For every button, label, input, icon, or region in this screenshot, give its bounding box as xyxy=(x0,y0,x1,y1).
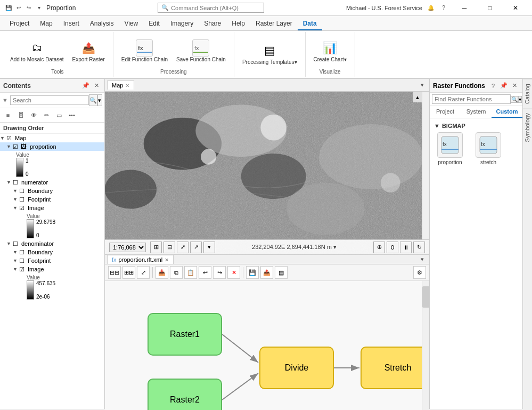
map-scrollbar[interactable] xyxy=(422,92,429,239)
rf-tab-project[interactable]: Project xyxy=(430,106,461,118)
tab-map[interactable]: Map xyxy=(35,18,58,30)
map-nav-btn5[interactable]: ▾ xyxy=(203,242,215,253)
tree-item-denom-footprint[interactable]: ▼ ☐ Footprint xyxy=(0,256,104,265)
customize-icon[interactable]: ▾ xyxy=(35,4,43,12)
contents-search-button[interactable]: 🔍 xyxy=(89,94,97,106)
rf-tab-system[interactable]: System xyxy=(461,106,492,118)
map-pause-btn[interactable]: ⏸ xyxy=(400,242,412,253)
undo-icon[interactable]: ↩ xyxy=(14,4,23,12)
tree-item-num-boundary[interactable]: ▼ ☐ Boundary xyxy=(0,187,104,195)
numerator-checkbox[interactable]: ☐ xyxy=(13,179,20,186)
create-chart-button[interactable]: 📊 Create Chart▾ xyxy=(310,37,350,66)
add-to-mosaic-button[interactable]: 🗂 Add to Mosaic Dataset xyxy=(6,37,68,66)
tab-edit[interactable]: Edit xyxy=(143,18,165,30)
side-tab-symbology[interactable]: Symbology xyxy=(523,108,532,146)
node-stretch[interactable]: Stretch xyxy=(361,347,422,389)
map-collapse-icon[interactable]: ▲ xyxy=(413,92,422,102)
fc-tab-close-icon[interactable]: ✕ xyxy=(165,257,169,263)
list-by-source-btn[interactable]: 🗄 xyxy=(15,109,27,121)
export-raster-button[interactable]: 📤 Export Raster xyxy=(69,37,109,66)
fc-btn-import[interactable]: 📥 xyxy=(155,266,168,279)
rf-item-stretch[interactable]: fx stretch xyxy=(472,132,504,165)
map-refresh-btn[interactable]: ↻ xyxy=(413,242,425,253)
num-boundary-checkbox[interactable]: ☐ xyxy=(19,188,27,195)
coord-dropdown-icon[interactable]: ▾ xyxy=(333,244,337,250)
fc-btn-expand-all[interactable]: ⊞⊞ xyxy=(122,266,135,279)
fc-collapse-btn[interactable]: ▾ xyxy=(418,255,427,264)
tab-analysis[interactable]: Analysis xyxy=(85,18,119,30)
maximize-button[interactable]: □ xyxy=(478,0,502,16)
node-raster1[interactable]: Raster1 xyxy=(148,313,222,356)
denom-footprint-checkbox[interactable]: ☐ xyxy=(19,258,27,264)
map-expand-icon[interactable]: ▼ xyxy=(0,135,6,141)
tab-raster-layer[interactable]: Raster Layer xyxy=(250,18,298,30)
rf-help-icon[interactable]: ? xyxy=(488,81,498,91)
denom-footprint-expand[interactable]: ▼ xyxy=(13,258,19,263)
rf-close-icon[interactable]: ✕ xyxy=(510,81,519,91)
save-function-chain-button[interactable]: fx Save Function Chain xyxy=(173,37,230,66)
fc-btn-save[interactable]: 💾 xyxy=(246,266,259,279)
map-mode-btn[interactable]: ⊕ xyxy=(373,242,385,253)
map-container[interactable]: 1:76,068 ⊞ ⊟ ⤢ ↗ ▾ 232,204.92E 2,694,441… xyxy=(105,92,429,254)
denominator-checkbox[interactable]: ☐ xyxy=(13,240,20,247)
denom-image-checkbox[interactable]: ☑ xyxy=(19,266,27,273)
fc-btn-template[interactable]: ▤ xyxy=(275,266,288,279)
rf-pin-icon[interactable]: 📌 xyxy=(499,81,509,91)
contents-close-icon[interactable]: ✕ xyxy=(92,81,101,91)
tab-imagery[interactable]: Imagery xyxy=(165,18,199,30)
denom-boundary-expand[interactable]: ▼ xyxy=(13,250,19,255)
num-boundary-expand[interactable]: ▼ xyxy=(13,188,19,194)
scale-select[interactable]: 1:76,068 xyxy=(109,243,146,252)
fc-btn-export[interactable]: 📤 xyxy=(260,266,273,279)
contents-search-input[interactable] xyxy=(10,95,89,105)
num-image-expand[interactable]: ▼ xyxy=(13,205,19,211)
fc-tab[interactable]: fx proportion.rft.xml ✕ xyxy=(107,255,174,264)
tree-item-map[interactable]: ▼ ☑ Map xyxy=(0,134,104,142)
map-tab-close-icon[interactable]: ✕ xyxy=(125,83,129,89)
side-tab-catalog[interactable]: Catalog xyxy=(523,79,532,108)
close-button[interactable]: ✕ xyxy=(503,0,528,16)
num-footprint-checkbox[interactable]: ☐ xyxy=(19,196,27,203)
notification-icon[interactable]: 🔔 xyxy=(427,4,435,12)
tree-item-proportion[interactable]: ▼ ☑ 🖼 proportion xyxy=(0,142,104,151)
more-btn[interactable]: ••• xyxy=(66,109,78,121)
tab-data[interactable]: Data xyxy=(298,18,322,30)
fc-vscroll-thumb[interactable] xyxy=(422,286,429,308)
rf-group-expand-icon[interactable]: ▼ xyxy=(434,123,440,129)
edit-function-chain-button[interactable]: fx Edit Function Chain xyxy=(118,37,171,66)
proportion-checkbox[interactable]: ☑ xyxy=(13,143,20,150)
rf-search-input[interactable] xyxy=(432,94,511,104)
tree-item-numerator[interactable]: ▼ ☐ numerator xyxy=(0,178,104,187)
tab-insert[interactable]: Insert xyxy=(58,18,85,30)
map-collapse-btn[interactable]: ▾ xyxy=(418,81,427,90)
diagram-area[interactable]: Raster1 Raster2 Divide xyxy=(105,281,422,410)
tab-share[interactable]: Share xyxy=(199,18,226,30)
node-divide[interactable]: Divide xyxy=(259,347,334,389)
fc-btn-copy[interactable]: ⧉ xyxy=(170,266,183,279)
processing-templates-button[interactable]: ▤ Processing Templates▾ xyxy=(239,39,301,68)
save-icon[interactable]: 💾 xyxy=(4,4,13,12)
rf-search-button[interactable]: 🔍 xyxy=(511,96,518,103)
fc-btn-undo[interactable]: ↩ xyxy=(199,266,211,279)
command-search-input[interactable] xyxy=(171,5,260,11)
map-nav-btn4[interactable]: ↗ xyxy=(190,242,202,253)
fc-btn-zoom-full[interactable]: ⤢ xyxy=(137,266,150,279)
fc-btn-paste[interactable]: 📋 xyxy=(184,266,197,279)
rf-item-proportion[interactable]: fx proportion xyxy=(434,132,466,165)
selection-btn[interactable]: ▭ xyxy=(53,109,65,121)
map-checkbox[interactable]: ☑ xyxy=(6,135,14,142)
num-image-checkbox[interactable]: ☑ xyxy=(19,205,27,212)
tree-item-num-footprint[interactable]: ▼ ☐ Footprint xyxy=(0,195,104,204)
fc-btn-collapse-all[interactable]: ⊟⊟ xyxy=(108,266,121,279)
contents-pin-icon[interactable]: 📌 xyxy=(81,81,91,91)
node-raster2[interactable]: Raster2 xyxy=(148,379,222,410)
tree-item-denom-boundary[interactable]: ▼ ☐ Boundary xyxy=(0,248,104,256)
list-by-drawing-order-btn[interactable]: ≡ xyxy=(2,109,14,121)
fc-btn-redo[interactable]: ↪ xyxy=(213,266,226,279)
command-search-box[interactable]: 🔍 xyxy=(158,3,264,13)
tree-item-num-image[interactable]: ▼ ☑ Image xyxy=(0,204,104,212)
denom-image-expand[interactable]: ▼ xyxy=(13,267,19,272)
map-3d-btn[interactable]: 0 xyxy=(387,242,398,253)
rf-search-options[interactable]: ▾ xyxy=(518,96,522,103)
proportion-expand-icon[interactable]: ▼ xyxy=(6,144,13,149)
